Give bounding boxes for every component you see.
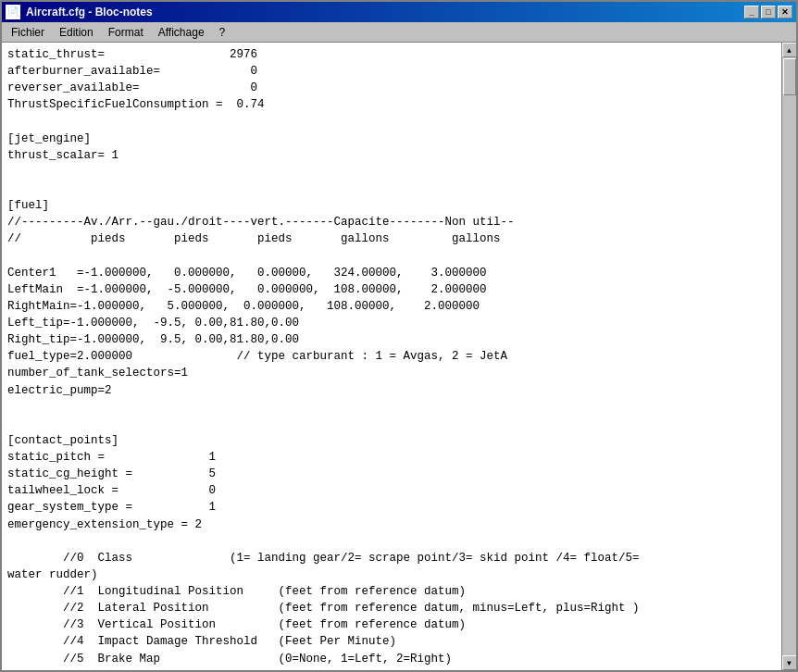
- title-bar-left: 📄 Aircraft.cfg - Bloc-notes: [6, 5, 153, 19]
- close-button[interactable]: ✕: [778, 6, 792, 19]
- menu-affichage[interactable]: Affichage: [151, 24, 212, 41]
- maximize-button[interactable]: □: [761, 6, 776, 19]
- menu-help[interactable]: ?: [212, 24, 233, 41]
- window-title: Aircraft.cfg - Bloc-notes: [26, 6, 153, 19]
- text-editor[interactable]: static_thrust= 2976 afterburner_availabl…: [2, 43, 781, 670]
- minimize-button[interactable]: _: [744, 6, 759, 19]
- menu-edition[interactable]: Edition: [52, 24, 101, 41]
- content-area: static_thrust= 2976 afterburner_availabl…: [2, 43, 796, 670]
- scroll-track[interactable]: [782, 57, 797, 655]
- title-bar: 📄 Aircraft.cfg - Bloc-notes _ □ ✕: [2, 2, 796, 22]
- scroll-down-button[interactable]: ▼: [782, 655, 797, 670]
- vertical-scrollbar: ▲ ▼: [781, 43, 796, 670]
- menu-fichier[interactable]: Fichier: [4, 24, 52, 41]
- menu-format[interactable]: Format: [101, 24, 151, 41]
- main-window: 📄 Aircraft.cfg - Bloc-notes _ □ ✕ Fichie…: [0, 0, 798, 672]
- menu-bar: Fichier Edition Format Affichage ?: [2, 22, 796, 43]
- scroll-thumb[interactable]: [783, 58, 796, 95]
- title-bar-buttons: _ □ ✕: [744, 6, 792, 19]
- scroll-up-button[interactable]: ▲: [782, 43, 797, 57]
- app-icon: 📄: [6, 5, 20, 19]
